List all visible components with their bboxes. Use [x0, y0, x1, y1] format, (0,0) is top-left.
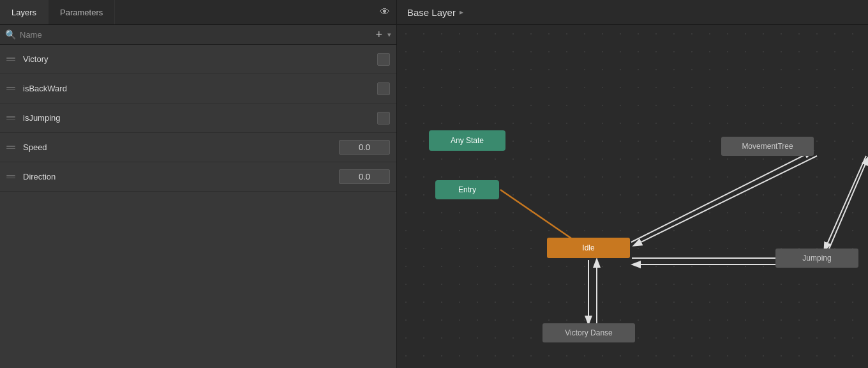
node-victory-danse[interactable]: Victory Danse: [542, 323, 635, 342]
param-row-speed[interactable]: Speed: [0, 133, 396, 162]
param-name-victory: Victory: [23, 54, 372, 64]
param-name-direction: Direction: [23, 172, 334, 181]
main-layout: 🔍 + ▾ Victory isBackWard: [0, 25, 868, 368]
param-value-direction[interactable]: [339, 169, 390, 184]
add-param-button[interactable]: +: [374, 29, 384, 40]
graph-panel[interactable]: Any State Entry Idle MovementTree Jumpin…: [397, 25, 868, 368]
tab-layers-label: Layers: [11, 8, 36, 17]
svg-line-7: [825, 156, 866, 250]
search-icon: 🔍: [5, 29, 16, 40]
breadcrumb: Base Layer ▸: [397, 0, 868, 24]
drag-handle-victory: [6, 57, 15, 61]
param-value-victory[interactable]: [377, 53, 390, 66]
top-bar: Layers Parameters 👁 Base Layer ▸: [0, 0, 868, 25]
add-dropdown-icon[interactable]: ▾: [387, 31, 391, 39]
svg-line-8: [828, 158, 868, 252]
svg-line-4: [634, 156, 817, 245]
param-row-isjumping[interactable]: isJumping: [0, 103, 396, 133]
param-list: Victory isBackWard isJumping: [0, 45, 396, 368]
node-jumping[interactable]: Jumping: [775, 249, 858, 268]
node-any-state[interactable]: Any State: [429, 130, 505, 151]
param-name-isjumping: isJumping: [23, 113, 372, 123]
svg-line-3: [631, 151, 812, 242]
tab-layers[interactable]: Layers: [0, 0, 49, 24]
param-row-direction[interactable]: Direction: [0, 162, 396, 192]
drag-handle-isjumping: [6, 116, 15, 119]
param-row-isbackward[interactable]: isBackWard: [0, 74, 396, 103]
param-value-speed[interactable]: [339, 140, 390, 155]
drag-handle-isbackward: [6, 87, 15, 90]
search-input[interactable]: [20, 30, 370, 40]
drag-handle-speed: [6, 146, 15, 149]
eye-icon[interactable]: 👁: [380, 6, 390, 18]
param-name-isbackward: isBackWard: [23, 84, 372, 93]
node-idle[interactable]: Idle: [547, 238, 630, 258]
drag-handle-direction: [6, 175, 15, 178]
search-bar: 🔍 + ▾: [0, 25, 396, 45]
param-row-victory[interactable]: Victory: [0, 45, 396, 74]
node-entry[interactable]: Entry: [435, 180, 499, 199]
node-movement-tree[interactable]: MovementTree: [721, 137, 814, 156]
eye-icon-area: 👁: [373, 0, 396, 24]
left-panel: 🔍 + ▾ Victory isBackWard: [0, 25, 397, 368]
param-value-isbackward[interactable]: [377, 82, 390, 95]
breadcrumb-title: Base Layer: [407, 7, 456, 18]
tab-area: Layers Parameters 👁: [0, 0, 397, 24]
tab-parameters-label: Parameters: [60, 8, 103, 17]
breadcrumb-arrow-icon: ▸: [460, 8, 463, 17]
param-value-isjumping[interactable]: [377, 112, 390, 125]
tab-parameters[interactable]: Parameters: [49, 0, 115, 24]
param-name-speed: Speed: [23, 142, 334, 152]
